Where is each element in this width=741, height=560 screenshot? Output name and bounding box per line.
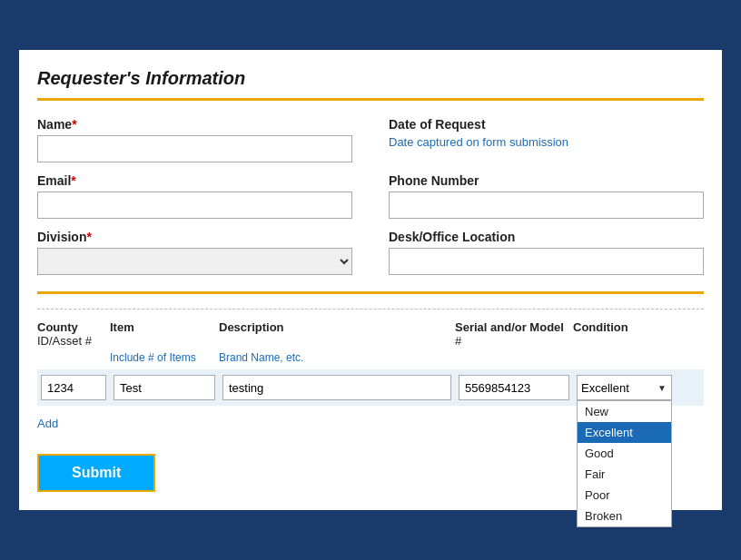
col-desc-header: Description bbox=[219, 320, 455, 348]
dropdown-option-good[interactable]: Good bbox=[578, 443, 671, 464]
name-label: Name* bbox=[37, 117, 352, 132]
date-of-request-label: Date of Request bbox=[389, 117, 704, 132]
col-condition-header: Condition bbox=[573, 320, 673, 348]
date-capture-text: Date captured on form submission bbox=[389, 135, 704, 149]
division-select[interactable] bbox=[37, 248, 352, 275]
col-county-header: County ID/Asset # bbox=[37, 320, 110, 348]
desk-office-input[interactable] bbox=[389, 248, 704, 275]
description-input[interactable] bbox=[222, 375, 451, 400]
dropdown-option-broken[interactable]: Broken bbox=[578, 506, 671, 526]
dropdown-option-fair[interactable]: Fair bbox=[578, 464, 671, 485]
col-serial-header: Serial and/or Model # bbox=[455, 320, 573, 348]
name-input[interactable] bbox=[37, 135, 352, 162]
hint-item: Include # of Items bbox=[110, 351, 219, 364]
col-item-header: Item bbox=[110, 320, 219, 348]
item-input[interactable] bbox=[114, 375, 215, 400]
email-field: Email* bbox=[37, 173, 352, 219]
email-input[interactable] bbox=[37, 192, 352, 219]
condition-dropdown-overlay: New Excellent Good Fair Poor Broken bbox=[577, 400, 672, 527]
gold-divider-bottom bbox=[37, 291, 704, 294]
add-link[interactable]: Add bbox=[37, 417, 58, 430]
submit-button[interactable]: Submit bbox=[37, 454, 155, 492]
dashed-divider bbox=[37, 309, 704, 309]
phone-input[interactable] bbox=[389, 192, 704, 219]
table-row: Excellent New Good Fair Poor Broken ▼ Ne… bbox=[37, 369, 704, 406]
main-container: Requester's Information Name* Date of Re… bbox=[16, 47, 725, 513]
section-title: Requester's Information bbox=[37, 68, 704, 89]
phone-number-label: Phone Number bbox=[389, 173, 704, 188]
items-table-section: County ID/Asset # Item Description Seria… bbox=[37, 320, 704, 430]
dropdown-option-poor[interactable]: Poor bbox=[578, 485, 671, 506]
county-input[interactable] bbox=[41, 375, 106, 400]
phone-number-field: Phone Number bbox=[389, 173, 704, 219]
gold-divider-top bbox=[37, 98, 704, 101]
serial-input[interactable] bbox=[459, 375, 569, 400]
dropdown-option-new[interactable]: New bbox=[578, 401, 671, 422]
requester-form-grid: Name* Date of Request Date captured on f… bbox=[37, 117, 704, 275]
hint-desc: Brand Name, etc. bbox=[219, 351, 455, 364]
email-label: Email* bbox=[37, 173, 352, 188]
desk-office-field: Desk/Office Location bbox=[389, 230, 704, 275]
name-field: Name* bbox=[37, 117, 352, 162]
hint-row: Include # of Items Brand Name, etc. bbox=[37, 351, 704, 364]
date-of-request-field: Date of Request Date captured on form su… bbox=[389, 117, 704, 162]
condition-wrapper: Excellent New Good Fair Poor Broken ▼ Ne… bbox=[577, 375, 672, 400]
table-header: County ID/Asset # Item Description Seria… bbox=[37, 320, 704, 348]
division-field: Division* bbox=[37, 230, 352, 275]
division-label: Division* bbox=[37, 230, 352, 244]
desk-office-label: Desk/Office Location bbox=[389, 230, 704, 244]
dropdown-option-excellent[interactable]: Excellent bbox=[578, 422, 671, 443]
condition-select[interactable]: Excellent New Good Fair Poor Broken bbox=[577, 375, 672, 400]
